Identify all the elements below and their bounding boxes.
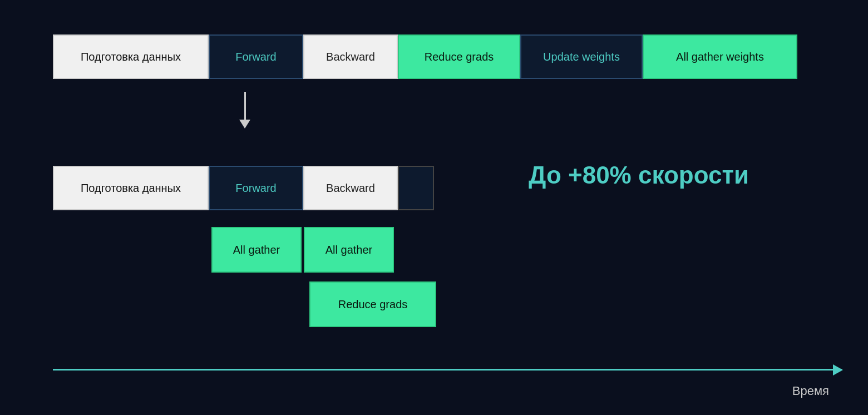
time-label: Время (792, 384, 829, 398)
block-reduce-grads-1: Reduce grads (398, 34, 520, 79)
block-reduce-grads-2: Reduce grads (309, 281, 436, 327)
forward-label-2: Forward (235, 182, 276, 195)
arrow-down (239, 92, 250, 129)
block-backward-1: Backward (303, 34, 398, 79)
speed-label: До +80% скорости (529, 161, 749, 189)
reduce-grads-label-1: Reduce grads (425, 51, 494, 63)
main-container: Подготовка данных Forward Backward Reduc… (0, 0, 868, 415)
block-data-prep-1: Подготовка данных (53, 34, 209, 79)
all-gather-weights-label-1: All gather weights (676, 51, 764, 63)
block-forward-2: Forward (209, 166, 303, 210)
block-update-weights-1: Update weights (520, 34, 643, 79)
all-gather-label-1: All gather (233, 244, 280, 256)
block-backward-2: Backward (303, 166, 398, 210)
block-forward-1: Forward (209, 34, 303, 79)
data-prep-label-1: Подготовка данных (81, 51, 181, 63)
data-prep-label-2: Подготовка данных (81, 182, 181, 195)
block-data-prep-2: Подготовка данных (53, 166, 209, 210)
block-all-gather-1: All gather (211, 227, 302, 273)
timeline-row-4: Reduce grads (309, 281, 436, 327)
block-small-dark (398, 166, 434, 210)
timeline-row-2: Подготовка данных Forward Backward (53, 166, 434, 210)
all-gather-label-2: All gather (326, 244, 373, 256)
backward-label-2: Backward (326, 182, 375, 195)
timeline-row-1: Подготовка данных Forward Backward Reduc… (53, 34, 797, 79)
reduce-grads-label-2: Reduce grads (338, 298, 408, 311)
arrow-shaft (244, 92, 246, 120)
forward-label-1: Forward (235, 51, 276, 63)
speed-text: До +80% скорости (529, 161, 749, 189)
backward-label-1: Backward (326, 51, 375, 63)
block-all-gather-2: All gather (304, 227, 394, 273)
timeline-row-3: All gather All gather (211, 227, 394, 273)
block-all-gather-weights-1: All gather weights (643, 34, 797, 79)
arrow-head (239, 120, 250, 129)
time-axis (53, 369, 842, 370)
update-weights-label-1: Update weights (543, 51, 620, 63)
